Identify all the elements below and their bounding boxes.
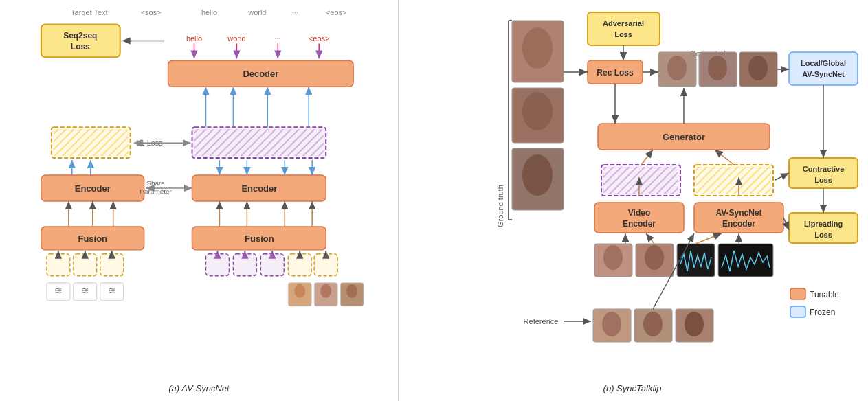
lipreading-text2: Loss [814,231,832,239]
waveform1-icon: ≋ [54,285,63,296]
sos-label: <sos> [141,8,162,16]
left-encoder-text: Encoder [75,183,111,194]
ellipsis2-label: ··· [275,34,281,43]
av-syncnet-text2: AV-SyncNet [802,70,845,78]
contractive-text2: Loss [814,176,832,184]
face3-head [346,284,357,298]
rec-loss-text: Rec Loss [597,68,634,78]
rtok-pu2 [233,254,256,276]
left-hatch-fill [54,129,129,156]
left-tok2 [74,254,97,276]
hatch-contractive [775,173,789,180]
av-syncnet-text1: Local/Global [801,59,846,67]
seq2seq-loss-text2: Loss [71,42,90,51]
adversarial-text1: Adversarial [603,19,644,27]
world1-label: world [247,8,266,16]
av-syncnet-enc-text2: Encoder [722,219,755,229]
gen-face1-head [667,56,687,80]
waveform2-icon: ≋ [81,285,89,296]
video-enc-text2: Encoder [623,219,656,229]
av-syncnet-box [789,52,858,85]
ref-face3-head [685,312,704,336]
av-syncnet-enc-text1: AV-SyncNet [715,208,761,218]
avenc-lipreading [783,218,789,230]
face-bot-head [522,154,553,196]
left-caption: (a) AV-SyncNet [168,383,230,393]
hello1-label: hello [201,8,217,16]
lipreading-text1: Lipreading [804,220,843,228]
right-hatch-fill [194,129,324,156]
vid-thumb1-head [603,245,623,270]
gen-face2-head [708,56,727,80]
contractive-text1: Contractive [803,165,845,173]
face-top-head [522,27,553,69]
eos1-label: <eos> [326,8,347,16]
world2-label: world [227,34,245,43]
adversarial-loss-box [588,12,660,45]
seq2seq-loss-text1: Seq2seq [63,31,97,41]
rtok-ye1 [288,254,311,276]
right-panel: Ground truth Adversarial Loss Generated … [399,0,868,401]
eos2-label: <eos> [309,34,330,43]
venc-gen-arrow [641,150,653,165]
reference-label: Reference [524,317,559,325]
gen-face3-head [748,56,768,80]
ellipsis1-label: ··· [292,8,298,16]
video-enc-hatch-fill [603,167,678,194]
right-diagram-svg: Ground truth Adversarial Loss Generated … [399,0,868,401]
face-mid-head [522,92,553,130]
waveform3-icon: ≋ [108,285,116,296]
generator-text: Generator [663,132,705,142]
left-diagram-svg: Target Text <sos> hello world ··· <eos> … [0,0,398,401]
legend-frozen-text: Frozen [810,308,835,317]
ref-face1-head [602,312,621,336]
legend-frozen-box [790,306,805,317]
target-text-label: Target Text [71,8,107,16]
rtok-ye2 [314,254,337,276]
hello2-label: hello [186,34,202,43]
video-enc-text1: Video [628,208,650,218]
vid-thumb2-head [645,245,664,270]
thumb3-enc-arrow [695,233,722,244]
left-tok3 [100,254,124,276]
decoder-text: Decoder [243,69,278,79]
adversarial-text2: Loss [614,30,632,38]
face1-head [294,284,305,298]
right-fusion-text: Fusion [245,233,274,244]
ground-truth-label: Ground truth [496,185,504,227]
legend-tunable-box [790,288,805,299]
av-enc-hatch-fill [696,167,771,194]
ref-face2-head [643,312,663,336]
left-fusion-text: Fusion [78,233,108,244]
legend-tunable-text: Tunable [810,290,839,299]
share-param-label1: Share [146,179,165,187]
right-caption: (b) SyncTalklip [603,383,662,393]
left-tok1 [47,254,70,276]
left-panel: Target Text <sos> hello world ··· <eos> … [0,0,399,401]
face2-head [320,284,331,298]
rtok-pu1 [205,254,229,276]
thumb2-enc-arrow [646,233,654,244]
audio-wave-img2 [718,244,773,277]
right-encoder-text: Encoder [241,183,277,194]
main-container: Target Text <sos> hello world ··· <eos> … [0,0,868,401]
aenc-gen-arrow [715,150,734,165]
rtok-pu3 [260,254,284,276]
